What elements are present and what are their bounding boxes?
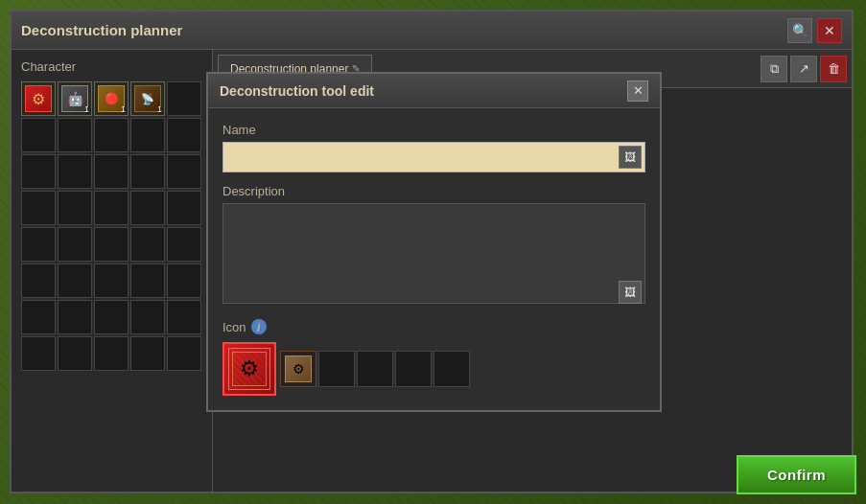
inv-slot-11[interactable] xyxy=(58,154,92,189)
desc-label: Description xyxy=(222,184,645,198)
name-label: Name xyxy=(222,123,645,137)
icon-slot-1[interactable] xyxy=(318,351,355,387)
main-titlebar: Deconstruction planner 🔍 ✕ xyxy=(12,11,852,50)
inv-slot-19[interactable] xyxy=(167,191,201,225)
icon-section-header: Icon i xyxy=(222,319,645,334)
inv-slot-2[interactable]: 1 xyxy=(94,81,129,116)
inv-slot-16[interactable] xyxy=(58,191,92,225)
item-count-2: 1 xyxy=(121,104,126,114)
inv-slot-21[interactable] xyxy=(58,227,92,262)
close-button[interactable]: ✕ xyxy=(817,18,842,43)
inv-slot-4[interactable] xyxy=(167,81,201,116)
inv-slot-25[interactable] xyxy=(21,263,56,298)
inv-slot-0[interactable] xyxy=(21,81,56,116)
export-icon: ↗ xyxy=(799,61,809,76)
tab-controls: ⧉ ↗ 🗑 xyxy=(761,56,847,82)
inv-slot-9[interactable] xyxy=(167,118,201,152)
inv-slot-5[interactable] xyxy=(21,118,56,152)
confirm-button[interactable]: Confirm xyxy=(737,455,856,494)
selected-icon-inner: ⚙ xyxy=(228,348,270,390)
name-input[interactable] xyxy=(222,142,645,172)
inv-slot-14[interactable] xyxy=(167,154,201,189)
inv-slot-35[interactable] xyxy=(21,336,56,371)
inv-slot-6[interactable] xyxy=(58,118,92,152)
inv-slot-24[interactable] xyxy=(167,227,201,262)
confirm-bar: Confirm xyxy=(737,455,856,494)
icon-info-button[interactable]: i xyxy=(251,319,267,334)
inv-slot-29[interactable] xyxy=(167,263,201,298)
name-image-button[interactable]: 🖼 xyxy=(619,146,642,169)
inv-slot-18[interactable] xyxy=(130,191,165,225)
inv-slot-39[interactable] xyxy=(167,336,201,371)
inv-slot-37[interactable] xyxy=(94,336,129,371)
desc-input[interactable] xyxy=(222,203,645,304)
inv-slot-15[interactable] xyxy=(21,191,56,225)
image-icon: 🖼 xyxy=(624,150,636,164)
icon-slot-2[interactable] xyxy=(357,351,393,387)
icon-slot-3[interactable] xyxy=(395,351,432,387)
copy-icon: ⧉ xyxy=(770,61,779,77)
inv-slot-13[interactable] xyxy=(130,154,165,189)
inv-slot-10[interactable] xyxy=(21,154,56,189)
item-count-3: 1 xyxy=(157,104,162,114)
delete-button[interactable]: 🗑 xyxy=(820,56,847,82)
character-label: Character xyxy=(21,59,202,74)
export-button[interactable]: ↗ xyxy=(790,56,817,82)
inventory-grid: 1 1 1 xyxy=(21,81,202,371)
dialog-title: Deconstruction tool edit xyxy=(220,83,374,99)
inv-slot-8[interactable] xyxy=(130,118,165,152)
selected-icon-glyph: ⚙ xyxy=(240,356,259,381)
dialog-titlebar: Deconstruction tool edit ✕ xyxy=(208,74,660,108)
inv-slot-30[interactable] xyxy=(21,300,56,334)
search-icon: 🔍 xyxy=(792,23,808,38)
dialog-close-button[interactable]: ✕ xyxy=(627,80,648,102)
search-button[interactable]: 🔍 xyxy=(787,18,812,43)
dialog: Deconstruction tool edit ✕ Name 🖼 Descri… xyxy=(206,72,662,412)
left-panel: Character 1 1 1 xyxy=(12,50,213,492)
name-input-wrap: 🖼 xyxy=(222,142,645,172)
inv-slot-36[interactable] xyxy=(58,336,92,371)
inv-slot-23[interactable] xyxy=(130,227,165,262)
item-count-1: 1 xyxy=(84,104,89,114)
small-decon-icon: ⚙ xyxy=(285,355,312,382)
inv-slot-38[interactable] xyxy=(130,336,165,371)
inv-slot-3[interactable]: 1 xyxy=(130,81,165,116)
inv-slot-26[interactable] xyxy=(58,263,92,298)
titlebar-controls: 🔍 ✕ xyxy=(787,18,842,43)
inv-slot-34[interactable] xyxy=(167,300,201,334)
inv-slot-12[interactable] xyxy=(94,154,129,189)
desc-image-icon: 🖼 xyxy=(624,286,636,299)
inv-slot-7[interactable] xyxy=(94,118,129,152)
icon-selector: ⚙ ⚙ xyxy=(222,342,645,396)
inv-slot-1[interactable]: 1 xyxy=(58,81,92,116)
inv-slot-31[interactable] xyxy=(58,300,92,334)
dialog-body: Name 🖼 Description 🖼 Icon i xyxy=(208,108,660,410)
close-icon: ✕ xyxy=(824,23,835,38)
main-window-title: Deconstruction planner xyxy=(21,22,182,38)
icon-label: Icon xyxy=(222,320,246,334)
inv-slot-20[interactable] xyxy=(21,227,56,262)
desc-image-button[interactable]: 🖼 xyxy=(619,281,642,304)
deconstruct-icon xyxy=(25,85,52,112)
icon-slot-4[interactable] xyxy=(433,351,470,387)
selected-icon-slot[interactable]: ⚙ xyxy=(222,342,276,396)
icon-slot-0[interactable]: ⚙ xyxy=(280,351,316,387)
delete-icon: 🗑 xyxy=(828,61,840,76)
copy-button[interactable]: ⧉ xyxy=(761,56,787,82)
dialog-close-icon: ✕ xyxy=(633,83,644,98)
inv-slot-28[interactable] xyxy=(130,263,165,298)
inv-slot-32[interactable] xyxy=(94,300,129,334)
inv-slot-33[interactable] xyxy=(130,300,165,334)
desc-wrap: 🖼 xyxy=(222,203,645,308)
inv-slot-22[interactable] xyxy=(94,227,129,262)
inv-slot-27[interactable] xyxy=(94,263,129,298)
icon-slots-row: ⚙ xyxy=(280,351,470,387)
inv-slot-17[interactable] xyxy=(94,191,129,225)
